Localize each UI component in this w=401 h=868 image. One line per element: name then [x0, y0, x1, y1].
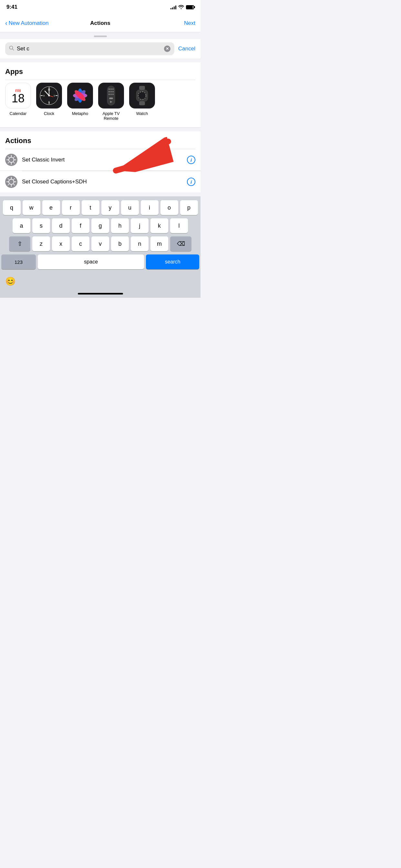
home-indicator [78, 293, 123, 294]
bottom-bar: 😊 [0, 274, 201, 293]
back-button[interactable]: ‹ New Automation [5, 20, 49, 27]
key-f[interactable]: f [72, 218, 89, 233]
metapho-label: Metapho [72, 111, 89, 116]
key-s[interactable]: s [32, 218, 50, 233]
watch-app-icon [129, 83, 155, 108]
shift-key[interactable]: ⇧ [9, 237, 30, 251]
next-button[interactable]: Next [184, 20, 195, 27]
nav-title: Actions [90, 20, 110, 27]
svg-line-1 [12, 49, 14, 51]
action-item-wrapper-1: Set Classic Invert i [0, 149, 201, 171]
appletv-app-icon [98, 83, 124, 108]
svg-text:9: 9 [43, 95, 44, 97]
apps-scroll: FRI 18 Calendar [0, 80, 201, 127]
search-icon [9, 45, 14, 52]
key-n[interactable]: n [131, 237, 149, 251]
info-button-1[interactable]: i [187, 156, 195, 164]
battery-icon [186, 5, 194, 9]
space-key[interactable]: space [38, 254, 144, 269]
emoji-button[interactable]: 😊 [5, 276, 16, 286]
watch-label: Watch [136, 111, 148, 116]
key-c[interactable]: c [72, 237, 89, 251]
app-item-clock[interactable]: 12 3 6 9 Clock [36, 83, 62, 121]
key-w[interactable]: w [23, 200, 40, 215]
section-divider-4 [0, 192, 201, 196]
key-d[interactable]: d [52, 218, 70, 233]
svg-text:6: 6 [49, 101, 50, 103]
delete-key[interactable]: ⌫ [170, 237, 191, 251]
svg-point-25 [109, 89, 110, 90]
key-r[interactable]: r [62, 200, 80, 215]
action-item-classic-invert[interactable]: Set Classic Invert i [0, 149, 201, 171]
keyboard: q w e r t y u i o p a s d f g h j k l ⇧ … [0, 196, 201, 274]
keyboard-row-1: q w e r t y u i o p [1, 200, 199, 215]
search-input-wrapper[interactable]: ✕ [5, 42, 174, 55]
status-icons [171, 4, 194, 10]
svg-rect-37 [139, 101, 145, 105]
app-item-metapho[interactable]: Metapho [67, 83, 93, 121]
keyboard-row-2: a s d f g h j k l [1, 218, 199, 233]
key-a[interactable]: a [12, 218, 30, 233]
back-chevron-icon: ‹ [5, 20, 7, 26]
svg-text:3: 3 [54, 95, 55, 97]
key-e[interactable]: e [42, 200, 60, 215]
svg-point-26 [111, 89, 112, 90]
metapho-icon-svg [71, 87, 89, 104]
app-item-calendar[interactable]: FRI 18 Calendar [5, 83, 31, 121]
app-item-appletv[interactable]: Apple TV Remote [98, 83, 124, 121]
clock-icon-svg: 12 3 6 9 [39, 86, 59, 105]
key-o[interactable]: o [160, 200, 178, 215]
section-divider-3 [0, 128, 201, 131]
numbers-key[interactable]: 123 [1, 254, 36, 269]
svg-text:12: 12 [48, 89, 50, 91]
key-h[interactable]: h [111, 218, 129, 233]
calendar-app-icon: FRI 18 [5, 83, 31, 108]
info-button-2[interactable]: i [187, 178, 195, 186]
key-g[interactable]: g [91, 218, 109, 233]
key-k[interactable]: k [150, 218, 168, 233]
action-label-closed-captions: Set Closed Captions+SDH [22, 179, 187, 185]
keyboard-row-3: ⇧ z x c v b n m ⌫ [1, 237, 199, 251]
key-b[interactable]: b [111, 237, 129, 251]
key-l[interactable]: l [170, 218, 188, 233]
status-time: 9:41 [6, 4, 18, 10]
search-key[interactable]: search [146, 254, 199, 269]
key-m[interactable]: m [150, 237, 168, 251]
key-t[interactable]: t [82, 200, 99, 215]
key-x[interactable]: x [52, 237, 70, 251]
apps-section-title: Apps [0, 67, 201, 80]
action-label-classic-invert: Set Classic Invert [22, 157, 187, 163]
signal-icon [171, 5, 176, 9]
search-input[interactable] [17, 45, 161, 52]
key-i[interactable]: i [141, 200, 158, 215]
key-u[interactable]: u [121, 200, 139, 215]
back-label: New Automation [9, 20, 49, 27]
svg-point-33 [112, 94, 114, 95]
svg-point-39 [137, 91, 147, 100]
clock-label: Clock [44, 111, 55, 116]
svg-rect-36 [139, 86, 145, 90]
svg-point-27 [112, 89, 114, 90]
key-z[interactable]: z [32, 237, 50, 251]
clear-button[interactable]: ✕ [164, 45, 171, 52]
nav-bar: ‹ New Automation Actions Next [0, 14, 201, 32]
status-bar: 9:41 [0, 0, 201, 14]
actions-section-title: Actions [0, 136, 201, 149]
key-q[interactable]: q [3, 200, 21, 215]
sheet-handle [94, 35, 107, 37]
key-v[interactable]: v [91, 237, 109, 251]
key-y[interactable]: y [101, 200, 119, 215]
svg-point-32 [111, 94, 112, 95]
calendar-label: Calendar [10, 111, 27, 116]
app-item-watch[interactable]: Watch [129, 83, 155, 121]
action-item-closed-captions[interactable]: Set Closed Captions+SDH i [0, 171, 201, 192]
svg-point-31 [109, 94, 110, 95]
wifi-icon [178, 4, 184, 10]
cancel-button[interactable]: Cancel [178, 45, 195, 52]
svg-point-10 [49, 95, 50, 97]
appletv-icon-svg [104, 85, 118, 106]
key-p[interactable]: p [180, 200, 198, 215]
section-divider-1 [0, 58, 201, 62]
key-j[interactable]: j [131, 218, 149, 233]
actions-section: Actions Set Classic Invert i [0, 131, 201, 192]
